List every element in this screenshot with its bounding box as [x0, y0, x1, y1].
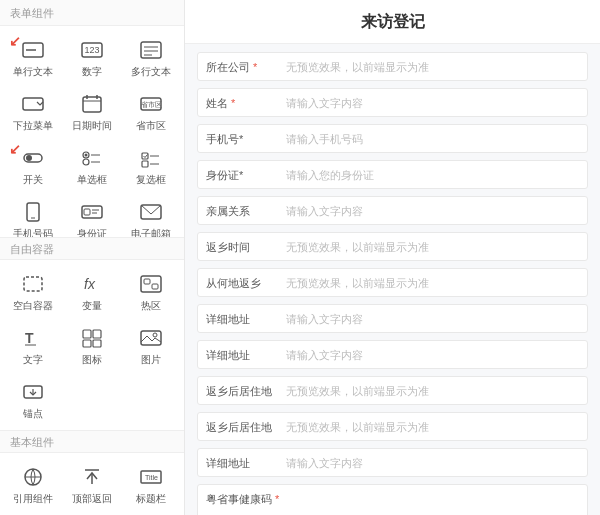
component-single-text[interactable]: ↙ 单行文本 [4, 30, 63, 84]
value-residence1: 无预览效果，以前端显示为准 [286, 382, 579, 399]
value-relation: 请输入文字内容 [286, 202, 579, 219]
form-row-residence1: 返乡后居住地 无预览效果，以前端显示为准 [197, 376, 588, 405]
svg-rect-68 [93, 330, 101, 338]
sidebar-section-title: 表单组件 [0, 0, 184, 26]
component-anchor[interactable]: 锚点 [4, 372, 63, 426]
label-address1: 详细地址 [206, 310, 286, 327]
image-comp-icon [135, 324, 167, 352]
basic-components-grid: 引用组件 顶部返回 Title 标题栏 [0, 453, 184, 515]
arrow-2: ↙ [9, 141, 21, 157]
empty-label: 空白容器 [13, 300, 53, 312]
email-label: 电子邮箱 [131, 228, 171, 237]
component-radio[interactable]: 单选框 [63, 138, 122, 192]
component-checkbox[interactable]: 复选框 [121, 138, 180, 192]
svg-rect-70 [93, 340, 101, 347]
form-row-mobile: 手机号* 请输入手机号码 [197, 124, 588, 153]
component-empty[interactable]: 空白容器 [4, 264, 63, 318]
label-name: 姓名 * [206, 94, 286, 111]
component-cite[interactable]: 引用组件 [4, 457, 63, 511]
empty-icon [17, 270, 49, 298]
icon-comp-label: 图标 [82, 354, 102, 366]
radio-label: 单选框 [77, 174, 107, 186]
datetime-label: 日期时间 [72, 120, 112, 132]
component-email[interactable]: 电子邮箱 [121, 192, 180, 237]
svg-rect-4 [141, 42, 161, 58]
dropdown-label: 下拉菜单 [13, 120, 53, 132]
form-row-from-place: 从何地返乡 无预览效果，以前端显示为准 [197, 268, 588, 297]
component-idcard[interactable]: 身份证 [63, 192, 122, 237]
dropdown-icon [17, 90, 49, 118]
back-top-icon [76, 463, 108, 491]
checkbox-label: 复选框 [136, 174, 166, 186]
form-row-residence2: 返乡后居住地 无预览效果，以前端显示为准 [197, 412, 588, 441]
svg-point-16 [26, 155, 32, 161]
free-section-title: 自由容器 [0, 237, 184, 260]
component-dropdown[interactable]: 下拉菜单 [4, 84, 63, 138]
label-address3: 详细地址 [206, 454, 286, 471]
required-star: * [253, 61, 257, 73]
component-text[interactable]: T 文字 [4, 318, 63, 372]
value-address2: 请输入文字内容 [286, 346, 579, 363]
switch-label: 开关 [23, 174, 43, 186]
value-company: 无预览效果，以前端显示为准 [286, 58, 579, 75]
svg-point-18 [84, 154, 87, 157]
component-title-bar[interactable]: Title 标题栏 [121, 457, 180, 511]
component-mobile[interactable]: 手机号码 [4, 192, 63, 237]
title-bar-icon: Title [135, 463, 167, 491]
svg-rect-9 [83, 97, 101, 112]
component-image[interactable]: 图片 [121, 318, 180, 372]
component-switch[interactable]: ↙ 开关 [4, 138, 63, 192]
value-from-place: 无预览效果，以前端显示为准 [286, 274, 579, 291]
label-mobile: 手机号* [206, 130, 286, 147]
hotzone-icon [135, 270, 167, 298]
hotzone-label: 热区 [141, 300, 161, 312]
label-residence1: 返乡后居住地 [206, 382, 286, 399]
back-top-label: 顶部返回 [72, 493, 112, 505]
svg-text:fx: fx [84, 276, 96, 292]
required-star-2: * [231, 97, 235, 109]
label-from-place: 从何地返乡 [206, 274, 286, 291]
component-back-top[interactable]: 顶部返回 [63, 457, 122, 511]
svg-rect-24 [142, 161, 148, 167]
multi-text-icon [135, 36, 167, 64]
checkbox-icon [135, 144, 167, 172]
component-number[interactable]: 123 数字 [63, 30, 122, 84]
number-icon: 123 [76, 36, 108, 64]
mobile-icon [17, 198, 49, 226]
label-idcard: 身份证* [206, 166, 286, 183]
cite-label: 引用组件 [13, 493, 53, 505]
free-components-grid: 空白容器 fx 变量 热区 [0, 260, 184, 430]
label-health-code: 粤省事健康码 * [206, 490, 286, 507]
basic-section-title: 基本组件 [0, 430, 184, 453]
component-multi-text[interactable]: 多行文本 [121, 30, 180, 84]
value-idcard: 请输入您的身份证 [286, 166, 579, 183]
label-return-time: 返乡时间 [206, 238, 286, 255]
component-icon-comp[interactable]: 图标 [63, 318, 122, 372]
city-icon: 省市区 [135, 90, 167, 118]
svg-text:省市区: 省市区 [140, 101, 161, 108]
form-title: 来访登记 [185, 0, 600, 44]
svg-rect-64 [152, 284, 158, 289]
label-relation: 亲属关系 [206, 202, 286, 219]
form-panel: 来访登记 所在公司 * 无预览效果，以前端显示为准 姓名 * 请输入文字内容 手… [185, 0, 600, 515]
value-address3: 请输入文字内容 [286, 454, 579, 471]
form-row-health-code: 粤省事健康码 * 绿码 黄码 [197, 484, 588, 515]
icon-comp-icon [76, 324, 108, 352]
component-datetime[interactable]: 日期时间 [63, 84, 122, 138]
form-row-company: 所在公司 * 无预览效果，以前端显示为准 [197, 52, 588, 81]
single-text-icon: ↙ [17, 36, 49, 64]
text-comp-label: 文字 [23, 354, 43, 366]
form-row-address2: 详细地址 请输入文字内容 [197, 340, 588, 369]
component-hotzone[interactable]: 热区 [121, 264, 180, 318]
sidebar: 表单组件 ↙ 单行文本 123 数字 [0, 0, 185, 515]
svg-rect-60 [24, 277, 42, 291]
component-variable[interactable]: fx 变量 [63, 264, 122, 318]
form-row-return-time: 返乡时间 无预览效果，以前端显示为准 [197, 232, 588, 261]
svg-rect-69 [83, 340, 91, 347]
component-city[interactable]: 省市区 省市区 [121, 84, 180, 138]
anchor-icon [17, 378, 49, 406]
form-row-idcard: 身份证* 请输入您的身份证 [197, 160, 588, 189]
svg-text:T: T [25, 330, 34, 346]
cite-icon [17, 463, 49, 491]
datetime-icon [76, 90, 108, 118]
